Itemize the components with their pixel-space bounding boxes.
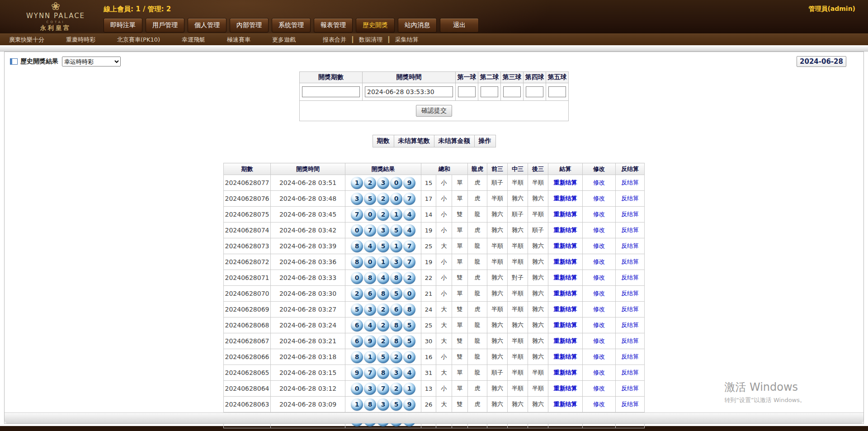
mid3-cell: 雜六 [508, 317, 528, 333]
nav-button-報表管理[interactable]: 報表管理 [314, 18, 353, 33]
edit-link[interactable]: 修改 [593, 195, 605, 202]
reverse-settle-link[interactable]: 反结算 [621, 195, 639, 202]
nav-button-用戶管理[interactable]: 用戶管理 [146, 18, 184, 33]
draw-time-cell: 2024-06-28 03:21 [271, 333, 345, 349]
table-row: 202406280742024-06-28 03:420735419小單虎雜六雜… [224, 223, 645, 238]
resettle-link[interactable]: 重新结算 [554, 242, 577, 249]
reverse-settle-link[interactable]: 反结算 [621, 211, 639, 218]
reverse-settle-cell: 反结算 [616, 270, 645, 286]
edit-link[interactable]: 修改 [593, 369, 605, 376]
draw-time-cell: 2024-06-28 03:09 [271, 397, 345, 412]
edit-link[interactable]: 修改 [593, 211, 605, 218]
resettle-link[interactable]: 重新结算 [554, 369, 577, 376]
subnav-tool-item[interactable]: 采集结算 [395, 36, 419, 44]
dragon-tiger-cell: 龍 [468, 365, 487, 381]
resettle-link[interactable]: 重新结算 [554, 195, 577, 202]
draw-time-input[interactable] [365, 86, 453, 97]
reverse-settle-link[interactable]: 反结算 [621, 242, 639, 249]
subnav-game-item[interactable]: 北京賽車(PK10) [117, 36, 160, 44]
summary-cell: 操作 [474, 135, 496, 147]
lottery-ball: 8 [390, 319, 402, 332]
edit-link[interactable]: 修改 [593, 306, 605, 313]
reverse-settle-link[interactable]: 反结算 [621, 258, 639, 265]
nav-button-退出[interactable]: 退出 [440, 18, 479, 33]
reverse-settle-cell: 反结算 [616, 207, 645, 223]
resettle-link[interactable]: 重新结算 [554, 227, 577, 233]
subnav-tool-item[interactable]: 报表合并 [323, 36, 346, 44]
edit-link[interactable]: 修改 [593, 179, 605, 186]
ball-5-input[interactable] [548, 86, 566, 97]
draw-result-cell: 07354 [345, 223, 421, 238]
reverse-settle-link[interactable]: 反结算 [621, 306, 639, 313]
page-title: 歷史開獎結果 [20, 57, 58, 66]
reverse-settle-link[interactable]: 反结算 [621, 369, 639, 376]
subnav-game-item[interactable]: 重慶時時彩 [66, 36, 95, 44]
lottery-ball: 4 [403, 208, 415, 221]
reverse-settle-link[interactable]: 反结算 [621, 227, 639, 233]
mid3-cell: 雜六 [508, 191, 528, 207]
edit-link[interactable]: 修改 [593, 385, 605, 392]
date-button[interactable]: 2024-06-28 [797, 56, 846, 67]
subnav-game-item[interactable]: 更多遊戲 [272, 36, 296, 44]
reverse-settle-link[interactable]: 反结算 [621, 322, 639, 328]
reverse-settle-link[interactable]: 反结算 [621, 337, 639, 344]
reverse-settle-link[interactable]: 反结算 [621, 290, 639, 297]
edit-link[interactable]: 修改 [593, 322, 605, 328]
reverse-settle-link[interactable]: 反结算 [621, 401, 639, 407]
edit-link[interactable]: 修改 [593, 353, 605, 360]
results-col-header: 開獎結果 [345, 163, 421, 175]
nav-button-系统管理[interactable]: 系统管理 [272, 18, 311, 33]
resettle-link[interactable]: 重新结算 [554, 337, 577, 344]
resettle-link[interactable]: 重新结算 [554, 401, 577, 407]
resettle-link[interactable]: 重新结算 [554, 353, 577, 360]
table-row: 202406280682024-06-28 03:246428525大單龍雜六雜… [224, 317, 645, 333]
reverse-settle-link[interactable]: 反结算 [621, 179, 639, 186]
period-input[interactable] [302, 86, 360, 97]
lottery-ball: 9 [364, 335, 376, 347]
sub-nav: 廣東快樂十分重慶時時彩北京賽車(PK10)幸運飛艇極速賽車更多遊戲 报表合并┃数… [0, 33, 868, 45]
reverse-settle-link[interactable]: 反结算 [621, 274, 639, 281]
reverse-settle-link[interactable]: 反结算 [621, 385, 639, 392]
dragon-tiger-cell: 龍 [468, 333, 487, 349]
lottery-ball: 4 [364, 319, 376, 332]
confirm-submit-button[interactable]: 確認提交 [416, 105, 452, 117]
subnav-game-item[interactable]: 極速賽車 [227, 36, 250, 44]
resettle-link[interactable]: 重新结算 [554, 258, 577, 265]
resettle-link[interactable]: 重新结算 [554, 290, 577, 297]
resettle-link[interactable]: 重新结算 [554, 322, 577, 328]
resettle-link[interactable]: 重新结算 [554, 179, 577, 186]
lottery-ball: 5 [390, 224, 402, 237]
reverse-settle-link[interactable]: 反结算 [621, 353, 639, 360]
nav-button-即時注單[interactable]: 即時注單 [104, 18, 142, 33]
lottery-select[interactable]: 幸运時時彩 [62, 57, 121, 66]
nav-button-歷史開獎[interactable]: 歷史開獎 [356, 18, 395, 33]
front3-cell: 雜六 [487, 317, 508, 333]
ball-1-input[interactable] [458, 86, 476, 97]
subnav-tool-item[interactable]: 数据清理 [359, 36, 382, 44]
resettle-link[interactable]: 重新结算 [554, 274, 577, 281]
period-cell: 20240628072 [224, 254, 271, 270]
edit-link[interactable]: 修改 [593, 274, 605, 281]
nav-button-個人管理[interactable]: 個人管理 [188, 18, 226, 33]
subnav-game-item[interactable]: 廣東快樂十分 [9, 36, 44, 44]
ball-2-input[interactable] [481, 86, 498, 97]
edit-link[interactable]: 修改 [593, 242, 605, 249]
resettle-link[interactable]: 重新结算 [554, 385, 577, 392]
edit-link[interactable]: 修改 [593, 337, 605, 344]
ball-4-input[interactable] [526, 86, 543, 97]
edit-link[interactable]: 修改 [593, 258, 605, 265]
edit-link[interactable]: 修改 [593, 227, 605, 233]
logo-brand-text: WYNN PALACE [17, 13, 94, 20]
nav-button-內部管理[interactable]: 內部管理 [230, 18, 269, 33]
resettle-link[interactable]: 重新结算 [554, 306, 577, 313]
lottery-ball: 1 [377, 256, 389, 268]
sum-cell: 30 [421, 333, 436, 349]
resettle-link[interactable]: 重新结算 [554, 211, 577, 218]
edit-link[interactable]: 修改 [593, 401, 605, 407]
nav-button-站內消息[interactable]: 站內消息 [398, 18, 437, 33]
ball-3-input[interactable] [503, 86, 521, 97]
parity-cell: 雙 [452, 397, 468, 412]
subnav-game-item[interactable]: 幸運飛艇 [182, 36, 205, 44]
back3-cell: 順子 [528, 223, 548, 238]
edit-link[interactable]: 修改 [593, 290, 605, 297]
